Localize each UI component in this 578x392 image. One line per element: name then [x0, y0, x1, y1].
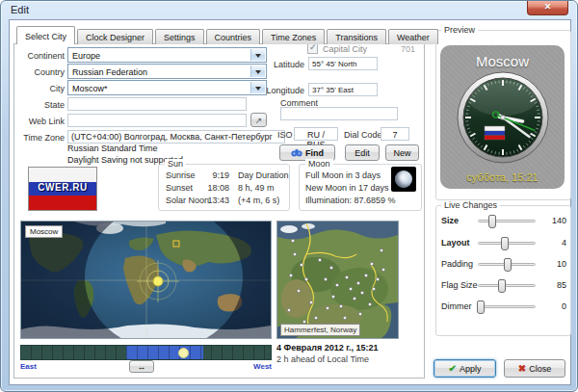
city-dropdown[interactable]: Moscow*	[67, 80, 267, 95]
daylight-bar[interactable]	[20, 345, 272, 360]
tab-countries[interactable]: Countries	[206, 29, 261, 44]
layout-slider-label: Layout	[441, 238, 470, 248]
flag-stripe-blue: CWER.RU	[29, 182, 96, 196]
edit-dialog: Edit ✕ Select City Clock Designer Settin…	[0, 0, 578, 392]
layout-slider-track[interactable]	[478, 242, 536, 245]
swap-direction-button[interactable]: ↔	[129, 360, 154, 373]
clock-flag	[485, 126, 505, 140]
capital-city-label: Capital City	[323, 44, 367, 54]
country-value: Russian Federation	[72, 67, 147, 77]
padding-slider-value: 10	[539, 259, 566, 269]
world-map[interactable]: Moscow	[20, 221, 272, 339]
slider-thumb[interactable]	[488, 215, 496, 228]
open-web-link-button[interactable]: ↗	[250, 113, 267, 127]
state-input[interactable]	[67, 97, 247, 111]
size-slider-track[interactable]	[478, 220, 536, 222]
solar-noon-value: 13:43	[206, 196, 229, 205]
sun-position-marker	[153, 276, 163, 286]
slider-thumb[interactable]	[504, 258, 512, 272]
time-zone-input[interactable]	[67, 130, 285, 144]
tab-transitions[interactable]: Transitions	[327, 29, 386, 44]
sunrise-value: 9:19	[206, 170, 229, 180]
world-map-svg	[21, 222, 271, 338]
dimmer-slider-label: Dimmer	[441, 301, 472, 311]
tab-clock-designer[interactable]: Clock Designer	[77, 29, 153, 44]
sunset-value: 18:08	[206, 183, 229, 193]
flag-size-slider-track[interactable]	[478, 284, 536, 287]
flag-stripe-white	[29, 168, 96, 182]
sunset-label: Sunset	[166, 183, 193, 193]
tab-strip: Select City Clock Designer Settings Coun…	[16, 26, 440, 44]
new-moon-text: New Moon in 17 days	[305, 183, 389, 193]
apply-button-label: Apply	[460, 364, 482, 374]
close-button[interactable]: ✖ Close	[504, 359, 565, 378]
city-id-text: 701	[384, 44, 415, 54]
external-link-icon: ↗	[255, 116, 263, 125]
iso-value-box: RU / RUS	[294, 127, 338, 141]
preview-group-title: Preview	[441, 25, 478, 35]
apply-button[interactable]: ✔ Apply	[434, 359, 496, 378]
flag-size-slider-label: Flag Size	[441, 280, 478, 290]
close-button-label: Close	[529, 364, 551, 374]
slider-thumb[interactable]	[501, 237, 509, 250]
live-changes-title: Live Changes	[441, 200, 500, 210]
padding-slider-label: Padding	[441, 259, 473, 269]
state-label: State	[18, 100, 65, 110]
region-map[interactable]: Hammerfest, Norway	[276, 221, 399, 339]
day-duration-value: 8 h, 49 m	[238, 183, 275, 193]
layout-slider-row: Layout 4	[439, 234, 569, 251]
close-icon: ✕	[544, 2, 552, 12]
continent-dropdown[interactable]: Europe	[67, 47, 267, 63]
new-button[interactable]: New	[385, 144, 419, 161]
country-dropdown[interactable]: Russian Federation	[67, 64, 267, 79]
country-label: Country	[18, 67, 65, 77]
x-icon: ✖	[518, 363, 526, 374]
dimmer-slider-value: 0	[539, 301, 566, 311]
flag-size-slider-row: Flag Size 85	[439, 276, 569, 294]
moon-phase-image	[391, 167, 416, 192]
full-moon-text: Full Moon in 3 days	[305, 170, 381, 180]
padding-slider-row: Padding 10	[439, 255, 569, 273]
continent-value: Europe	[72, 51, 100, 61]
web-link-input[interactable]	[67, 114, 247, 127]
tab-select-city[interactable]: Select City	[16, 26, 75, 44]
dimmer-slider-row: Dimmer 0	[439, 298, 569, 315]
east-label: East	[20, 362, 37, 371]
longitude-label: Longitude	[259, 86, 304, 95]
edit-button[interactable]: Edit	[345, 144, 380, 161]
size-slider-label: Size	[441, 216, 459, 225]
tab-weather[interactable]: Weather	[388, 29, 438, 44]
illumination-text: Illumination: 87.6859 %	[305, 196, 396, 205]
map-tooltip: Hammerfest, Norway	[280, 324, 360, 336]
title-bar[interactable]: Edit ✕	[1, 1, 577, 19]
size-slider-row: Size 140	[439, 212, 569, 229]
tab-time-zones[interactable]: Time Zones	[262, 29, 325, 44]
slider-thumb[interactable]	[477, 301, 485, 314]
dimmer-slider-track[interactable]	[478, 305, 536, 308]
tab-settings[interactable]: Settings	[155, 29, 204, 44]
time-zone-label: Time Zone	[18, 133, 65, 143]
sun-group-title: Sun	[165, 159, 186, 169]
dial-code-box: 7	[381, 127, 409, 141]
longitude-input[interactable]	[308, 83, 378, 96]
solar-noon-label: Solar Noon	[166, 196, 209, 205]
sunrise-label: Sunrise	[166, 170, 196, 180]
latitude-label: Latitude	[259, 60, 304, 69]
selected-datetime-text: 4 Февраля 2012 г., 15:21	[276, 343, 379, 353]
check-icon: ✔	[449, 363, 457, 374]
find-button-label: Find	[305, 148, 324, 158]
moon-group-title: Moon	[305, 159, 333, 169]
city-label: City	[18, 84, 65, 93]
padding-slider-track[interactable]	[478, 263, 536, 266]
window-close-button[interactable]: ✕	[527, 1, 568, 15]
iso-label: ISO	[277, 130, 293, 140]
slider-thumb[interactable]	[498, 279, 506, 293]
left-right-arrow-icon: ↔	[138, 362, 146, 372]
clock-preview-tile: Moscow	[440, 45, 565, 189]
west-label: West	[233, 362, 272, 371]
flag-stripe-red	[29, 196, 96, 210]
latitude-input[interactable]	[308, 57, 378, 70]
flag-watermark-text: CWER.RU	[29, 182, 96, 193]
continent-label: Continent	[18, 51, 65, 61]
comment-input[interactable]	[280, 107, 398, 120]
